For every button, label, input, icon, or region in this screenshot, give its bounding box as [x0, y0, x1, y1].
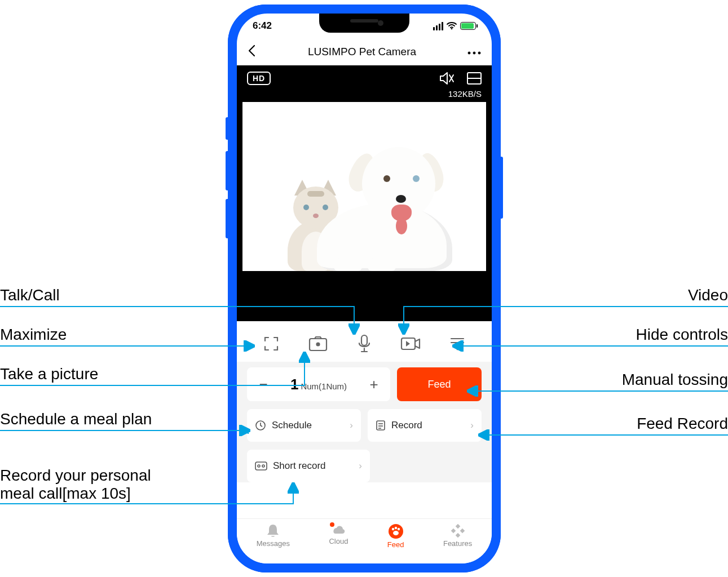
short-record-label: Short record — [273, 460, 326, 472]
hide-controls-button[interactable] — [445, 331, 470, 356]
svg-point-7 — [316, 343, 319, 346]
live-video-frame[interactable] — [242, 102, 486, 271]
svg-point-1 — [468, 52, 470, 54]
wifi-icon — [447, 22, 457, 30]
battery-icon — [460, 22, 476, 30]
record-label: Record — [391, 420, 422, 431]
quantity-stepper: − 1 Num(1Num) + — [247, 367, 390, 401]
callout-maximize: Maximize — [0, 326, 67, 344]
schedule-label: Schedule — [272, 420, 312, 431]
feed-button-label: Feed — [427, 379, 451, 390]
talk-button[interactable] — [352, 331, 377, 356]
callout-tossing: Manual tossing — [622, 371, 728, 389]
phone-power-button — [500, 157, 503, 219]
nav-bar: LUSIMPO Pet Camera — [237, 38, 492, 65]
tab-features[interactable]: Features — [443, 523, 472, 548]
phone-mute-switch — [226, 117, 229, 140]
svg-point-23 — [394, 527, 396, 529]
svg-point-3 — [478, 52, 480, 54]
callout-hide: Hide controls — [636, 326, 728, 344]
decrease-button[interactable]: − — [255, 376, 272, 393]
svg-point-19 — [262, 465, 264, 467]
svg-point-18 — [258, 465, 260, 467]
dog-illustration — [317, 141, 452, 271]
diamond-grid-icon — [451, 523, 465, 538]
more-button[interactable] — [467, 46, 482, 58]
clock-icon — [255, 420, 266, 431]
callout-video: Video — [688, 286, 728, 304]
callout-talk: Talk/Call — [0, 286, 60, 304]
phone-screen: 6:42 LUSIMPO Pet Camera HD — [237, 14, 492, 563]
svg-rect-26 — [455, 533, 460, 538]
paw-icon — [388, 523, 404, 539]
callout-schedule: Schedule a meal plan — [0, 410, 152, 428]
maximize-button[interactable] — [259, 331, 284, 356]
page-title: LUSIMPO Pet Camera — [308, 46, 416, 58]
tab-cloud[interactable]: Cloud — [329, 523, 348, 545]
layout-icon[interactable] — [467, 72, 482, 85]
svg-rect-28 — [460, 529, 464, 533]
quantity-unit: Num(1Num) — [301, 381, 347, 391]
svg-point-0 — [451, 28, 453, 30]
mute-icon[interactable] — [439, 71, 455, 86]
svg-point-21 — [393, 531, 399, 535]
feed-button[interactable]: Feed — [397, 367, 482, 401]
short-record-card[interactable]: Short record › — [247, 450, 370, 482]
quantity-value: 1 — [290, 376, 298, 393]
chevron-right-icon: › — [359, 460, 362, 472]
video-area: HD 132KB/S — [237, 65, 492, 321]
bell-icon — [265, 523, 281, 538]
bitrate-label: 132KB/S — [237, 86, 492, 99]
svg-rect-17 — [255, 462, 267, 470]
tab-label: Feed — [387, 540, 404, 549]
chevron-right-icon: › — [350, 420, 353, 431]
tab-feed[interactable]: Feed — [387, 523, 404, 549]
video-record-button[interactable] — [398, 331, 423, 356]
record-card[interactable]: Record › — [368, 409, 482, 442]
document-icon — [376, 420, 386, 431]
chevron-right-icon: › — [470, 420, 474, 431]
snapshot-button[interactable] — [306, 331, 330, 356]
tab-label: Messages — [257, 539, 290, 548]
tab-messages[interactable]: Messages — [257, 523, 290, 548]
callout-feed-record: Feed Record — [637, 415, 728, 433]
phone-frame: 6:42 LUSIMPO Pet Camera HD — [228, 5, 501, 572]
svg-point-22 — [391, 528, 394, 530]
phone-notch — [319, 14, 409, 33]
cassette-icon — [255, 461, 267, 471]
lower-panel: − 1 Num(1Num) + Feed Schedule › — [237, 362, 492, 482]
schedule-card[interactable]: Schedule › — [247, 409, 361, 442]
status-time: 6:42 — [253, 20, 272, 32]
callout-short-record: Record your personal meal call[max 10s] — [0, 467, 151, 503]
phone-volume-down — [226, 199, 229, 238]
svg-point-2 — [473, 52, 475, 54]
increase-button[interactable]: + — [365, 376, 382, 393]
svg-rect-27 — [451, 529, 455, 533]
phone-volume-up — [226, 151, 229, 190]
svg-point-24 — [397, 528, 399, 530]
tab-bar: Messages Cloud Feed Features — [237, 518, 492, 563]
svg-rect-8 — [361, 335, 367, 345]
hd-toggle[interactable]: HD — [247, 72, 271, 85]
svg-rect-25 — [455, 524, 460, 529]
cellular-signal-icon — [433, 22, 443, 30]
callout-picture: Take a picture — [0, 365, 98, 383]
controls-row — [237, 321, 492, 362]
back-button[interactable] — [247, 45, 257, 60]
tab-label: Cloud — [329, 537, 348, 545]
tab-label: Features — [443, 539, 472, 548]
